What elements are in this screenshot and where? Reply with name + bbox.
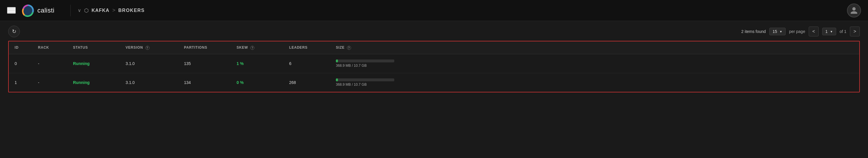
- content-area: ↻ 2 items found 15 ▼ per page < 1 ▼ of 1…: [0, 21, 868, 97]
- skew-info-icon[interactable]: ?: [250, 46, 254, 50]
- logo-label: calisti: [37, 7, 55, 14]
- cell-rack: -: [32, 54, 67, 73]
- table-row: 1 - Running 3.1.0 134 0 % 268 368.9 MB /…: [9, 73, 859, 92]
- breadcrumb-separator-icon: >: [113, 7, 116, 13]
- prev-icon: <: [812, 29, 815, 34]
- cell-id: 1: [9, 73, 32, 92]
- user-icon: [850, 6, 858, 14]
- cell-size: 368.9 MB / 10.7 GB: [330, 73, 859, 92]
- cell-leaders: 268: [283, 73, 330, 92]
- size-cell-container: 368.9 MB / 10.7 GB: [336, 78, 854, 87]
- skew-value: 0 %: [237, 80, 244, 85]
- page-select[interactable]: 1 ▼: [822, 28, 836, 35]
- brokers-table: ID RACK STATUS VERSION ? PARTITIONS SKEW…: [9, 41, 859, 92]
- pagination-area: 2 items found 15 ▼ per page < 1 ▼ of 1 >: [741, 27, 860, 36]
- col-header-skew: SKEW ?: [231, 41, 283, 54]
- next-icon: >: [854, 29, 856, 34]
- of-total-label: of 1: [840, 29, 846, 34]
- user-avatar-button[interactable]: [847, 3, 861, 17]
- col-header-id: ID: [9, 41, 32, 54]
- col-header-leaders: LEADERS: [283, 41, 330, 54]
- table-body: 0 - Running 3.1.0 135 1 % 6 368.9 MB / 1…: [9, 54, 859, 92]
- calisti-logo-icon: [22, 4, 34, 17]
- refresh-icon: ↻: [12, 28, 17, 35]
- cell-rack: -: [32, 73, 67, 92]
- cell-id: 0: [9, 54, 32, 73]
- cell-size: 368.9 MB / 10.7 GB: [330, 54, 859, 73]
- toolbar: ↻ 2 items found 15 ▼ per page < 1 ▼ of 1…: [8, 26, 860, 37]
- cell-skew: 1 %: [231, 54, 283, 73]
- size-bar-container: [336, 60, 394, 63]
- items-found-label: 2 items found: [741, 29, 766, 34]
- breadcrumb: ∨ ⬡ KAFKA > BROKERS: [78, 7, 145, 14]
- cell-version: 3.1.0: [120, 54, 178, 73]
- hamburger-menu-button[interactable]: [7, 7, 16, 14]
- previous-page-button[interactable]: <: [809, 27, 819, 36]
- cell-skew: 0 %: [231, 73, 283, 92]
- cell-status: Running: [67, 54, 120, 73]
- status-running-label: Running: [73, 80, 90, 85]
- brokers-table-wrapper: ID RACK STATUS VERSION ? PARTITIONS SKEW…: [8, 41, 860, 92]
- cell-partitions: 134: [178, 73, 231, 92]
- logo-area: calisti: [22, 4, 55, 17]
- status-running-label: Running: [73, 61, 90, 66]
- page-dropdown-icon: ▼: [830, 30, 833, 33]
- size-bar-fill: [336, 60, 338, 63]
- kafka-icon: ⬡: [84, 7, 89, 14]
- next-page-button[interactable]: >: [850, 27, 860, 36]
- col-header-partitions: PARTITIONS: [178, 41, 231, 54]
- version-info-icon[interactable]: ?: [146, 46, 150, 50]
- table-row: 0 - Running 3.1.0 135 1 % 6 368.9 MB / 1…: [9, 54, 859, 73]
- cell-partitions: 135: [178, 54, 231, 73]
- skew-value: 1 %: [237, 61, 244, 66]
- size-text-label: 368.9 MB / 10.7 GB: [336, 82, 854, 87]
- refresh-button[interactable]: ↻: [8, 26, 20, 37]
- size-bar-container: [336, 78, 394, 81]
- cell-status: Running: [67, 73, 120, 92]
- per-page-select[interactable]: 15 ▼: [769, 28, 785, 35]
- per-page-dropdown-icon: ▼: [779, 30, 782, 33]
- col-header-size: SIZE ?: [330, 41, 859, 54]
- cell-version: 3.1.0: [120, 73, 178, 92]
- nav-divider: [70, 5, 71, 16]
- per-page-label: per page: [789, 29, 805, 34]
- size-info-icon[interactable]: ?: [347, 46, 351, 50]
- breadcrumb-kafka-label[interactable]: KAFKA: [92, 8, 110, 13]
- navbar: calisti ∨ ⬡ KAFKA > BROKERS: [0, 0, 868, 21]
- col-header-rack: RACK: [32, 41, 67, 54]
- breadcrumb-brokers-label: BROKERS: [118, 8, 145, 13]
- per-page-value: 15: [773, 29, 777, 34]
- size-cell-container: 368.9 MB / 10.7 GB: [336, 60, 854, 68]
- breadcrumb-dropdown-icon: ∨: [78, 8, 81, 13]
- col-header-version: VERSION ?: [120, 41, 178, 54]
- col-header-status: STATUS: [67, 41, 120, 54]
- size-bar-fill: [336, 78, 338, 81]
- current-page-value: 1: [825, 29, 828, 34]
- cell-leaders: 6: [283, 54, 330, 73]
- size-text-label: 368.9 MB / 10.7 GB: [336, 64, 854, 68]
- table-header: ID RACK STATUS VERSION ? PARTITIONS SKEW…: [9, 41, 859, 54]
